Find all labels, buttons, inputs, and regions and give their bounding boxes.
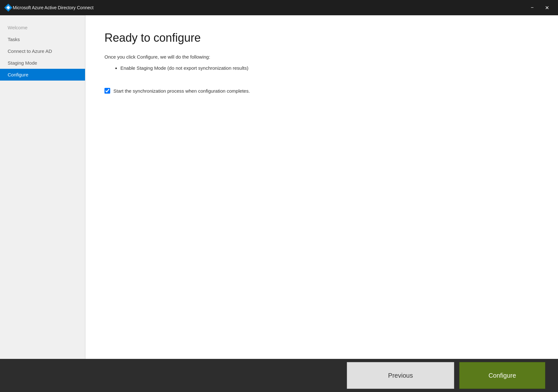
sync-checkbox-label[interactable]: Start the synchronization process when c… — [113, 88, 250, 94]
sidebar-item-staging-mode[interactable]: Staging Mode — [0, 57, 85, 69]
sync-checkbox-row: Start the synchronization process when c… — [104, 88, 539, 94]
description-text: Once you click Configure, we will do the… — [104, 54, 539, 60]
main-content: Welcome Tasks Connect to Azure AD Stagin… — [0, 15, 558, 359]
window-title: Microsoft Azure Active Directory Connect — [13, 5, 525, 10]
footer: Previous Configure — [0, 359, 558, 392]
sidebar-item-tasks[interactable]: Tasks — [0, 33, 85, 45]
bullet-item-staging: Enable Staging Mode (do not export synch… — [120, 65, 539, 71]
sync-checkbox[interactable] — [104, 88, 110, 94]
sidebar-item-welcome[interactable]: Welcome — [0, 22, 85, 33]
azure-logo-icon — [4, 3, 13, 12]
sidebar-item-connect-azure-ad[interactable]: Connect to Azure AD — [0, 45, 85, 57]
minimize-button[interactable]: − — [525, 3, 540, 13]
close-button[interactable]: ✕ — [540, 3, 554, 13]
content-area: Ready to configure Once you click Config… — [85, 15, 558, 359]
configure-button[interactable]: Configure — [459, 362, 545, 389]
sidebar-item-configure[interactable]: Configure — [0, 69, 85, 81]
bullet-list: Enable Staging Mode (do not export synch… — [104, 65, 539, 78]
page-title: Ready to configure — [104, 31, 539, 45]
sidebar: Welcome Tasks Connect to Azure AD Stagin… — [0, 15, 85, 359]
app-window: Microsoft Azure Active Directory Connect… — [0, 0, 558, 392]
previous-button[interactable]: Previous — [347, 362, 454, 389]
window-controls: − ✕ — [525, 3, 554, 13]
titlebar: Microsoft Azure Active Directory Connect… — [0, 0, 558, 15]
